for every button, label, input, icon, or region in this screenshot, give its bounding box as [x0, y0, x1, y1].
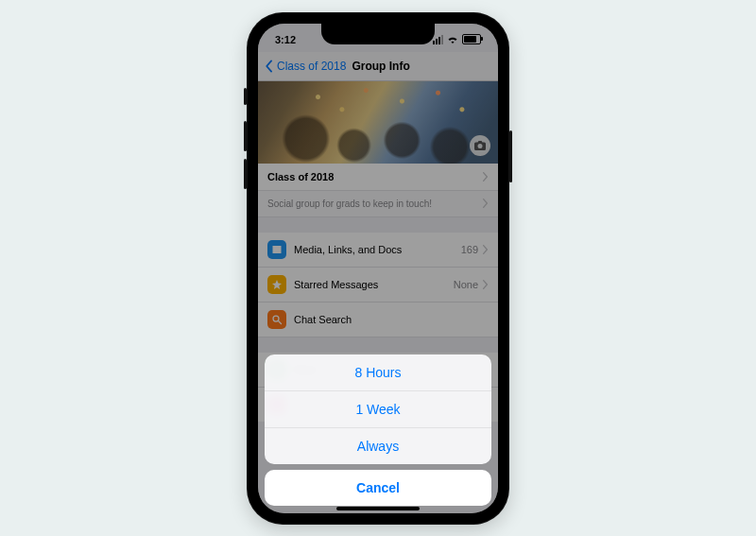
mute-option-label: Always [357, 439, 399, 454]
screen: 3:12 Class of 2018 Group Info Class of 2… [258, 24, 498, 513]
mute-option-always[interactable]: Always [265, 428, 491, 464]
mute-option-label: 8 Hours [354, 365, 401, 380]
cancel-button[interactable]: Cancel [265, 470, 491, 506]
mute-option-label: 1 Week [355, 402, 400, 417]
action-sheet: 8 Hours 1 Week Always Cancel [265, 354, 491, 506]
silence-switch [244, 88, 247, 105]
home-indicator[interactable] [336, 507, 420, 510]
action-sheet-options: 8 Hours 1 Week Always [265, 354, 491, 464]
volume-down-button [244, 159, 247, 189]
volume-up-button [244, 121, 247, 151]
mute-option-1week[interactable]: 1 Week [265, 391, 491, 428]
mute-option-8hours[interactable]: 8 Hours [265, 354, 491, 391]
iphone-frame: 3:12 Class of 2018 Group Info Class of 2… [247, 12, 509, 525]
power-button [509, 130, 512, 182]
cancel-label: Cancel [356, 480, 400, 495]
